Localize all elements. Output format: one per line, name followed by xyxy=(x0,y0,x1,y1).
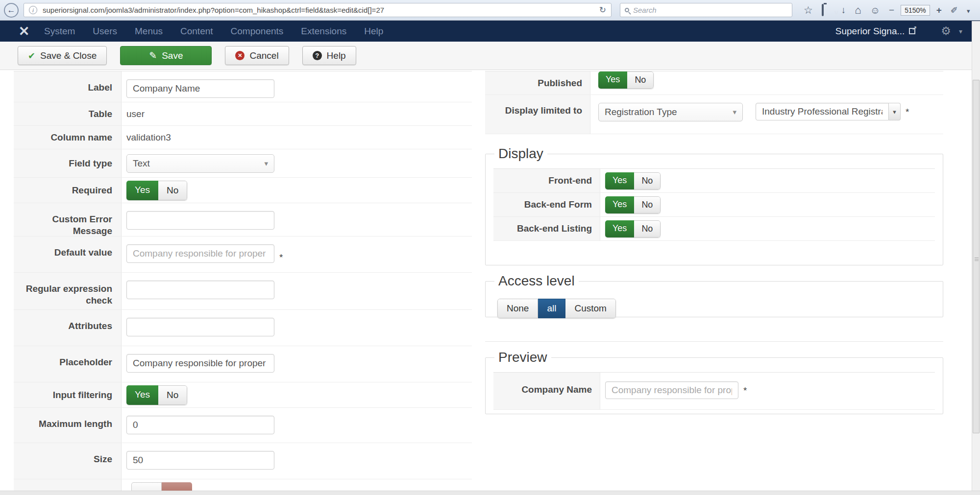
menu-users[interactable]: Users xyxy=(93,26,117,37)
save-close-button[interactable]: Save & Close xyxy=(18,46,107,65)
save-button[interactable]: Save xyxy=(120,46,212,65)
row-table: Table user xyxy=(14,102,472,126)
row-custom-error: Custom Error Message xyxy=(14,203,472,236)
front-end-yes-button[interactable]: Yes xyxy=(605,172,634,189)
display-legend: Display xyxy=(494,146,547,162)
access-none-button[interactable]: None xyxy=(497,299,538,318)
cancel-button[interactable]: Cancel xyxy=(225,46,289,65)
reload-icon[interactable]: ↻ xyxy=(599,5,606,15)
access-all-button[interactable]: all xyxy=(538,299,565,318)
edit-icon xyxy=(149,50,157,61)
cancel-x-icon xyxy=(235,51,245,60)
toolbar-overflow-caret-icon[interactable] xyxy=(967,5,970,15)
menu-components[interactable]: Components xyxy=(231,26,284,37)
select-caret-icon xyxy=(264,159,268,168)
search-bar[interactable] xyxy=(620,3,792,17)
menu-system[interactable]: System xyxy=(44,26,75,37)
site-name-link[interactable]: Superior Signa... xyxy=(835,26,905,37)
required-asterisk: * xyxy=(743,381,747,396)
clipboard-icon[interactable] xyxy=(822,4,824,16)
menu-content[interactable]: Content xyxy=(180,26,213,37)
page-info-icon[interactable]: i xyxy=(29,6,37,14)
size-input[interactable] xyxy=(126,451,274,470)
display-section: Display Front-end Yes No Back-end Form Y… xyxy=(485,146,943,265)
vertical-scrollbar[interactable] xyxy=(972,21,980,491)
gear-icon[interactable] xyxy=(941,28,951,36)
downloads-icon[interactable] xyxy=(841,5,846,15)
row-front-end: Front-end Yes No xyxy=(493,169,935,193)
label-input[interactable] xyxy=(126,79,274,98)
front-end-label: Front-end xyxy=(493,169,600,192)
back-end-form-no-button[interactable]: No xyxy=(634,196,661,213)
admin-navbar: System Users Menus Content Components Ex… xyxy=(0,21,980,42)
access-level-group: None all Custom xyxy=(497,299,616,318)
home-icon[interactable] xyxy=(855,5,861,16)
url-text: superiorsignal.com/joomla3/administrator… xyxy=(43,6,599,14)
front-end-toggle: Yes No xyxy=(605,172,661,189)
bookmark-star-icon[interactable] xyxy=(804,5,813,15)
input-filtering-yes-button[interactable]: Yes xyxy=(126,385,158,405)
max-length-input[interactable] xyxy=(126,416,274,434)
zoom-level[interactable]: 5150% xyxy=(901,5,930,16)
max-length-label: Maximum length xyxy=(14,408,122,443)
row-display-limited: Display limited to Registration Type * xyxy=(485,95,943,134)
url-bar[interactable]: i superiorsignal.com/joomla3/administrat… xyxy=(24,3,612,17)
front-end-no-button[interactable]: No xyxy=(634,172,661,189)
field-type-select[interactable]: Text xyxy=(126,154,274,173)
placeholder-input[interactable] xyxy=(126,354,274,373)
required-asterisk: * xyxy=(279,244,283,263)
field-settings-column: Published Yes No Display limited to Regi… xyxy=(485,71,943,414)
published-yes-button[interactable]: Yes xyxy=(598,71,627,89)
window-bottom-edge xyxy=(0,491,980,495)
input-filtering-toggle: Yes No xyxy=(126,385,187,405)
display-limited-select[interactable]: Registration Type xyxy=(598,103,743,121)
access-custom-button[interactable]: Custom xyxy=(565,299,615,318)
scrollbar-grip-icon xyxy=(975,257,979,262)
menu-menus[interactable]: Menus xyxy=(135,26,163,37)
back-button[interactable]: ← xyxy=(4,3,19,18)
back-end-listing-toggle: Yes No xyxy=(605,220,661,237)
display-limited-combo xyxy=(756,103,901,120)
required-yes-button[interactable]: Yes xyxy=(126,181,158,200)
scrollbar-thumb[interactable] xyxy=(973,80,980,433)
input-filtering-no-button[interactable]: No xyxy=(158,385,187,405)
default-value-input[interactable] xyxy=(126,244,274,263)
required-no-button[interactable]: No xyxy=(158,181,187,200)
row-back-end-form: Back-end Form Yes No xyxy=(493,193,935,217)
user-menu-caret-icon[interactable] xyxy=(959,27,962,35)
back-end-form-toggle: Yes No xyxy=(605,196,661,213)
extension-icon[interactable] xyxy=(951,5,958,15)
column-name-value: validation3 xyxy=(126,132,171,143)
back-end-form-label: Back-end Form xyxy=(493,193,600,216)
combo-dropdown-button[interactable] xyxy=(889,103,901,120)
menu-help[interactable]: Help xyxy=(364,26,383,37)
published-no-button[interactable]: No xyxy=(627,71,654,89)
input-filtering-label: Input filtering xyxy=(14,382,122,407)
preview-input[interactable] xyxy=(605,381,738,399)
search-input[interactable] xyxy=(633,6,787,14)
back-end-listing-yes-button[interactable]: Yes xyxy=(605,220,634,237)
attributes-input[interactable] xyxy=(126,318,274,336)
menu-extensions[interactable]: Extensions xyxy=(301,26,346,37)
field-type-label: Field type xyxy=(14,149,122,177)
external-link-icon[interactable] xyxy=(909,28,915,34)
size-label: Size xyxy=(14,443,122,479)
custom-error-input[interactable] xyxy=(126,211,274,230)
back-end-form-yes-button[interactable]: Yes xyxy=(605,196,634,213)
required-toggle: Yes No xyxy=(126,181,187,200)
attributes-label: Attributes xyxy=(14,310,122,346)
help-button[interactable]: Help xyxy=(302,46,356,65)
back-end-listing-no-button[interactable]: No xyxy=(634,220,661,237)
regex-label: Regular expression check xyxy=(14,273,122,309)
zoom-in-button[interactable] xyxy=(936,5,942,15)
display-limited-combo-input[interactable] xyxy=(756,103,889,120)
table-value: user xyxy=(126,109,145,119)
row-back-end-listing: Back-end Listing Yes No xyxy=(493,217,935,241)
row-size: Size xyxy=(14,443,472,479)
row-published: Published Yes No xyxy=(485,71,943,95)
zoom-out-button[interactable] xyxy=(889,5,894,15)
published-label: Published xyxy=(485,71,590,94)
regex-input[interactable] xyxy=(126,281,274,299)
smiley-extension-icon[interactable] xyxy=(870,5,880,15)
section-divider xyxy=(485,341,943,342)
